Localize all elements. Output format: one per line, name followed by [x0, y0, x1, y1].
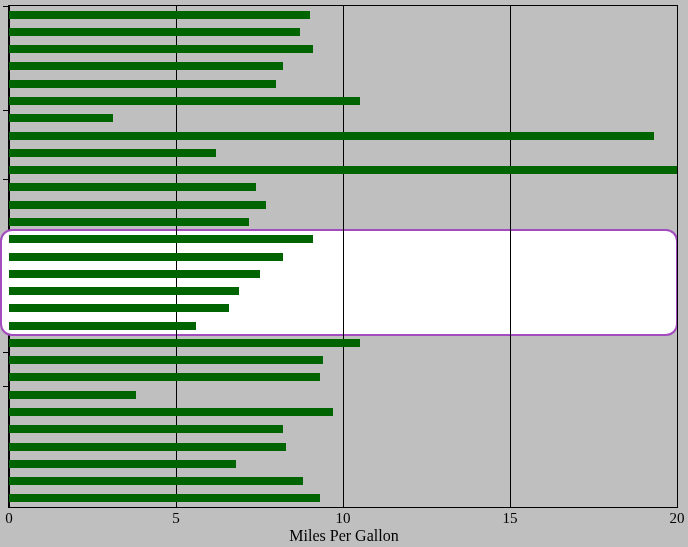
- chart-bar: [9, 339, 360, 347]
- chart-x-axis-label: Miles Per Gallon: [0, 527, 688, 545]
- chart-bar: [9, 460, 236, 468]
- chart-y-tick: [3, 179, 8, 180]
- chart-bar: [9, 425, 283, 433]
- chart-bar: [9, 408, 333, 416]
- chart-bar: [9, 253, 283, 261]
- chart-bar: [9, 80, 276, 88]
- chart-bar: [9, 114, 113, 122]
- chart-y-tick: [3, 386, 8, 387]
- chart-y-tick: [3, 352, 8, 353]
- chart-bar: [9, 322, 196, 330]
- chart-bar: [9, 45, 313, 53]
- chart-x-tick-label: 20: [670, 510, 685, 527]
- chart-bar: [9, 11, 310, 19]
- chart-y-tick: [3, 6, 8, 7]
- chart-bar: [9, 166, 677, 174]
- chart-bar: [9, 235, 313, 243]
- chart-bar: [9, 62, 283, 70]
- chart-x-tick-label: 15: [503, 510, 518, 527]
- chart-bar: [9, 287, 239, 295]
- chart-bars-overlay: [9, 6, 677, 507]
- chart-x-tick-label: 10: [336, 510, 351, 527]
- chart-x-tick-label: 0: [5, 510, 13, 527]
- chart-bar: [9, 201, 266, 209]
- chart-x-tick-label: 5: [172, 510, 180, 527]
- chart-bar: [9, 494, 320, 502]
- chart-bar: [9, 391, 136, 399]
- chart-bar: [9, 28, 300, 36]
- chart-y-tick: [3, 110, 8, 111]
- chart-bar: [9, 97, 360, 105]
- chart-bar: [9, 356, 323, 364]
- chart-bar: [9, 183, 256, 191]
- chart-bar: [9, 132, 654, 140]
- chart-bar: [9, 218, 249, 226]
- chart-bar: [9, 373, 320, 381]
- chart-bar: [9, 149, 216, 157]
- chart-bar: [9, 304, 229, 312]
- chart-bar: [9, 443, 286, 451]
- chart-bar: [9, 270, 260, 278]
- chart-bar: [9, 477, 303, 485]
